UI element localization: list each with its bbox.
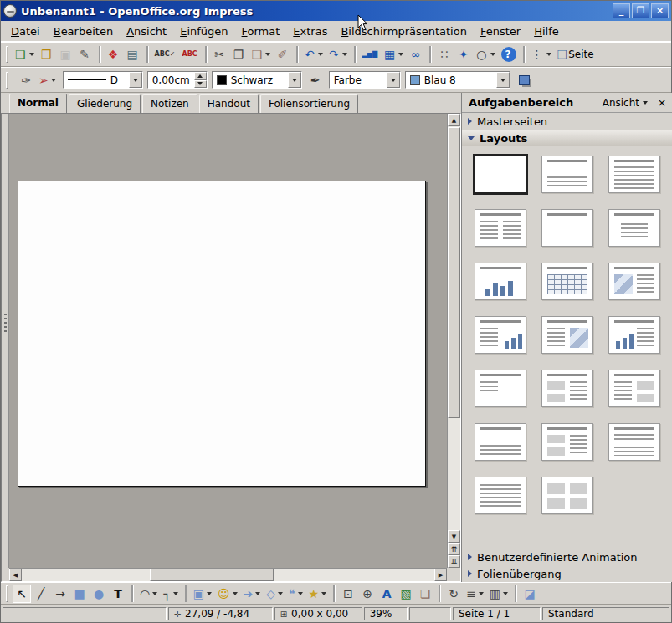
symbol-shapes-tool[interactable]: ☺	[215, 585, 240, 603]
copy-button[interactable]: ❐	[230, 45, 249, 64]
layout-blank[interactable]	[475, 156, 526, 193]
toolbar-grip[interactable]	[6, 72, 8, 89]
status-zoom-cell[interactable]: 39%	[364, 607, 408, 620]
menu-fenster[interactable]: Fenster	[474, 23, 527, 40]
select-tool[interactable]: ↖	[13, 585, 31, 603]
from-file-tool[interactable]: ▧	[397, 585, 415, 603]
vertical-scroll-thumb[interactable]	[448, 127, 460, 418]
scroll-right-button[interactable]: ▶	[434, 569, 447, 581]
cut-button[interactable]: ✂	[211, 45, 229, 64]
layout-title-list[interactable]	[608, 156, 660, 193]
table-button[interactable]: ▦	[382, 45, 406, 64]
navigator-button[interactable]: ✦	[454, 45, 473, 64]
toolbar-grip[interactable]	[6, 46, 8, 63]
grid-button[interactable]: ∷	[435, 45, 454, 64]
section-layouts[interactable]: Layouts	[462, 130, 672, 146]
pane-splitter[interactable]	[2, 114, 9, 568]
previous-slide-button[interactable]: ⇈	[448, 543, 460, 555]
rotate-tool[interactable]: ↻	[444, 585, 463, 603]
menu-einfuegen[interactable]: Einfügen	[173, 23, 234, 40]
tab-foliensortierung[interactable]: Foliensortierung	[260, 94, 358, 113]
layout-two-content-text[interactable]	[541, 370, 593, 407]
vertical-scroll-track[interactable]	[448, 126, 460, 530]
scroll-left-button[interactable]: ◀	[9, 569, 22, 581]
autospellcheck-button[interactable]: ABC	[179, 45, 200, 64]
layout-chart-text[interactable]	[608, 316, 660, 354]
arrange-tool[interactable]: ▥	[487, 585, 510, 603]
zoom-button[interactable]: ○	[474, 45, 497, 64]
tab-normal[interactable]: Normal	[9, 94, 67, 113]
status-style-cell[interactable]: Standard	[542, 607, 669, 620]
tab-handout[interactable]: Handout	[199, 94, 259, 113]
toolbar-grip[interactable]	[6, 585, 8, 602]
menu-datei[interactable]: Datei	[4, 23, 47, 40]
extrusion-tool[interactable]: ◪	[521, 585, 539, 603]
rectangle-tool[interactable]: ■	[70, 585, 89, 603]
layout-text-two-content[interactable]	[608, 370, 660, 407]
basic-shapes-tool[interactable]: ▣	[191, 585, 214, 603]
tab-gliederung[interactable]: Gliederung	[69, 94, 141, 113]
line-width-increase-button[interactable]	[194, 72, 207, 80]
block-arrows-tool[interactable]: ➔	[241, 585, 264, 603]
layout-title-only[interactable]	[541, 209, 593, 247]
line-style-select[interactable]: D	[63, 71, 143, 89]
edit-file-button[interactable]: ✎	[76, 45, 95, 64]
edit-points-button[interactable]: ✑	[17, 71, 35, 89]
layout-text-clipart[interactable]	[541, 316, 593, 354]
minimize-button[interactable]: _	[613, 3, 630, 18]
line-tool[interactable]: ╱	[32, 585, 50, 603]
fill-type-dropdown-button[interactable]	[387, 72, 400, 88]
next-slide-button[interactable]: ⇊	[448, 555, 460, 568]
scroll-up-button[interactable]: ▲	[448, 114, 460, 126]
horizontal-scroll-track[interactable]	[22, 569, 434, 581]
section-folienuebergang[interactable]: Folienübergang	[462, 565, 672, 582]
section-masterseiten[interactable]: Masterseiten	[462, 113, 672, 130]
layout-text-over-text[interactable]	[475, 423, 526, 461]
spellcheck-button[interactable]: ABC✓	[152, 45, 179, 64]
menu-bearbeiten[interactable]: Bearbeiten	[47, 23, 120, 40]
layout-text-only[interactable]	[475, 477, 526, 514]
layout-two-content-over-text[interactable]	[541, 423, 593, 461]
layout-clipart-text[interactable]	[608, 263, 660, 300]
line-width-input[interactable]: 0,00cm	[147, 71, 208, 89]
redo-button[interactable]: ↷	[326, 45, 350, 64]
menu-format[interactable]: Format	[235, 23, 287, 40]
glue-points-tool[interactable]: ⊕	[358, 585, 377, 603]
align-tool[interactable]: ≡	[464, 585, 486, 603]
slide-canvas[interactable]	[18, 181, 426, 487]
layout-content-over-text[interactable]	[608, 423, 660, 461]
callouts-tool[interactable]: ❝	[286, 585, 305, 603]
stars-tool[interactable]: ★	[306, 585, 330, 603]
task-panel-view-menu[interactable]: Ansicht	[599, 95, 651, 110]
layout-title-table[interactable]	[541, 263, 593, 300]
line-style-dropdown-button[interactable]	[129, 72, 142, 88]
tab-notizen[interactable]: Notizen	[142, 94, 197, 113]
task-panel-close-button[interactable]: ×	[655, 96, 669, 110]
arrow-style-button[interactable]: ➢	[36, 71, 59, 89]
horizontal-scroll-thumb[interactable]	[150, 569, 274, 581]
open-button[interactable]: ❒	[38, 45, 56, 64]
undo-button[interactable]: ↶	[302, 45, 326, 64]
slide-workspace[interactable]	[9, 114, 447, 568]
layout-title-text[interactable]	[541, 156, 593, 193]
fontwork-tool[interactable]: A	[377, 585, 396, 603]
gallery-tool[interactable]: ❏	[416, 585, 434, 603]
fill-type-select[interactable]: Farbe	[329, 71, 401, 89]
layout-text[interactable]	[475, 370, 526, 407]
paste-button[interactable]: ❑	[249, 45, 274, 64]
shadow-button[interactable]	[515, 71, 535, 89]
ellipse-tool[interactable]: ●	[90, 585, 108, 603]
help-button[interactable]: ?	[501, 47, 516, 62]
close-button[interactable]: ×	[651, 3, 669, 18]
format-paintbrush-button[interactable]: ✐	[274, 45, 292, 64]
layout-text-chart[interactable]	[475, 316, 526, 354]
layout-centered-text[interactable]	[608, 209, 660, 247]
layout-title-chart[interactable]	[475, 263, 526, 300]
hyperlink-button[interactable]: ∞	[407, 45, 425, 64]
connector-tool[interactable]: ┐	[161, 585, 180, 603]
page-button[interactable]: ❑Seite	[555, 45, 597, 64]
edit-points-tool[interactable]: ⊡	[339, 585, 357, 603]
line-width-decrease-button[interactable]	[194, 80, 207, 89]
scroll-down-button[interactable]: ▼	[448, 530, 460, 543]
chart-button[interactable]: ▂▅▇	[360, 45, 381, 64]
